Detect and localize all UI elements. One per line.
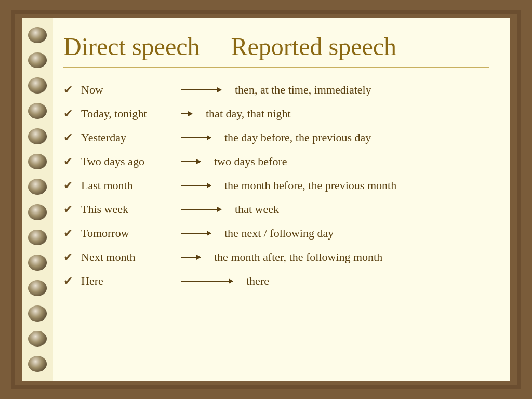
arrow-icon [181,233,218,234]
checkmark-icon: ✔ [63,107,76,121]
table-row: ✔ Here there [63,270,489,292]
reported-term: the day before, the previous day [224,131,371,144]
arrow-line [181,137,211,138]
table-row: ✔ This week that week [63,198,489,221]
spiral-ring [28,154,47,170]
table-row: ✔ Next month the month after, the follow… [63,246,489,269]
arrow-line [181,257,201,258]
spiral-ring [28,305,47,322]
table-row: ✔ Today, tonight that day, that night [63,102,489,125]
table-row: ✔ Last month the month before, the previ… [63,174,489,197]
arrow-icon [181,281,240,282]
spiral-ring [28,77,47,94]
spiral-ring [28,27,47,43]
table-row: ✔ Two days ago two days before [63,150,489,173]
arrow-icon [181,257,208,258]
reported-term: there [246,274,269,288]
outer-border: Direct speech Reported speech ✔ Now then… [11,10,521,389]
reported-term: two days before [214,155,287,168]
spiral-ring [28,128,47,144]
notebook: Direct speech Reported speech ✔ Now then… [22,18,510,381]
spiral-ring [28,331,47,347]
spiral-ring [28,280,47,296]
header-divider [63,67,489,68]
direct-term: Last month [81,179,175,192]
checkmark-icon: ✔ [63,83,76,97]
arrow-icon [181,161,208,162]
checkmark-icon: ✔ [63,227,76,240]
reported-term: that day, that night [206,107,291,121]
reported-term: then, at the time, immediately [235,83,371,97]
arrow-line [181,209,221,210]
arrow-icon [181,113,200,114]
arrow-icon [181,137,218,138]
direct-term: Here [81,274,175,288]
checkmark-icon: ✔ [63,250,76,264]
spiral-ring [28,179,47,195]
reported-term: the month before, the previous month [224,179,396,192]
checkmark-icon: ✔ [63,274,76,288]
reported-speech-title: Reported speech [231,32,397,61]
arrow-line [181,161,201,162]
arrow-line [181,281,233,282]
spiral-ring [28,230,47,246]
checkmark-icon: ✔ [63,203,76,216]
spiral-binding [22,18,53,381]
arrow-line [181,113,192,114]
direct-speech-title: Direct speech [63,32,200,61]
reported-term: the month after, the following month [214,250,382,264]
direct-term: Now [81,83,175,97]
arrow-line [181,233,211,234]
spiral-ring [28,103,47,119]
direct-term: Two days ago [81,155,175,168]
direct-term: Tomorrow [81,227,175,240]
spiral-ring [28,255,47,271]
table-row: ✔ Now then, at the time, immediately [63,78,489,101]
direct-term: This week [81,203,175,216]
arrow-icon [181,185,218,186]
direct-term: Next month [81,250,175,264]
spiral-ring [28,204,47,220]
checkmark-icon: ✔ [63,179,76,192]
main-content: Direct speech Reported speech ✔ Now then… [53,18,510,381]
arrow-line [181,89,221,90]
checkmark-icon: ✔ [63,155,76,168]
header-row: Direct speech Reported speech [63,32,489,61]
checkmark-icon: ✔ [63,131,76,144]
reported-term: the next / following day [224,227,334,240]
rows-container: ✔ Now then, at the time, immediately ✔ T… [63,78,489,292]
spiral-ring [28,52,47,69]
direct-term: Today, tonight [81,107,175,121]
arrow-line [181,185,211,186]
arrow-icon [181,209,229,210]
table-row: ✔ Tomorrow the next / following day [63,222,489,245]
arrow-icon [181,89,229,90]
table-row: ✔ Yesterday the day before, the previous… [63,126,489,149]
spiral-ring [28,356,47,372]
reported-term: that week [235,203,279,216]
direct-term: Yesterday [81,131,175,144]
